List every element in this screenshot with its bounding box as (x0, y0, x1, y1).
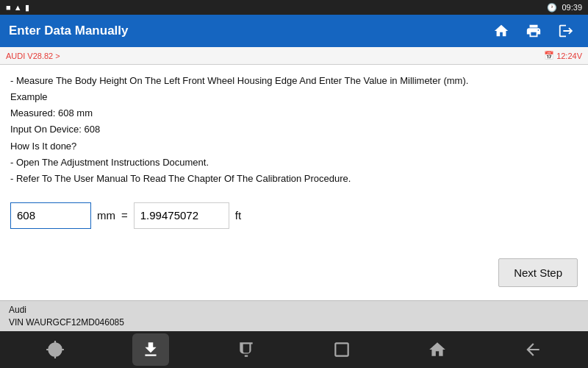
home-icon (493, 23, 509, 39)
home-nav-icon (428, 340, 447, 359)
back-icon (523, 340, 542, 359)
instruction-line7: - Refer To The User Manual To Read The C… (10, 171, 578, 186)
clock-icon: 🕐 (547, 3, 557, 13)
vehicle-vin: VIN WAURGCF12MD046085 (9, 316, 124, 329)
home-button[interactable] (488, 18, 514, 44)
bluetooth-icon: ■ (6, 3, 11, 12)
instruction-line3: Measured: 608 mm (10, 106, 578, 121)
timestamp: 📅 12:24V (544, 51, 582, 60)
home-nav-button[interactable] (419, 333, 456, 366)
breadcrumb: AUDI V28.82 > (6, 51, 60, 61)
mm-unit-label: mm (97, 209, 115, 222)
window-nav-button[interactable] (323, 333, 360, 366)
instructions: - Measure The Body Height On The Left Fr… (10, 74, 578, 186)
device-icon (237, 340, 256, 359)
exit-button[interactable] (553, 18, 579, 44)
back-nav-button[interactable] (514, 333, 551, 366)
status-bar: ■ ▲ ▮ 🕐 09:39 (0, 0, 588, 15)
input-row: mm = ft (10, 202, 578, 229)
download-nav-button[interactable] (132, 333, 169, 366)
settings-icon (46, 340, 65, 359)
status-bar-right: 🕐 09:39 (547, 3, 582, 13)
wifi-icon: ▲ (14, 3, 22, 12)
header-icons (488, 18, 579, 44)
vehicle-make: Audi (9, 304, 124, 316)
ft-unit-label: ft (235, 209, 241, 222)
exit-icon (558, 23, 574, 39)
mm-input[interactable] (10, 202, 91, 229)
instruction-line6: - Open The Adjustment Instructions Docum… (10, 155, 578, 170)
page-title: Enter Data Manually (9, 24, 129, 38)
instruction-line1: - Measure The Body Height On The Left Fr… (10, 74, 578, 88)
print-button[interactable] (520, 18, 547, 44)
print-icon (526, 23, 542, 39)
sub-header: AUDI V28.82 > 📅 12:24V (0, 47, 588, 65)
main-content: - Measure The Body Height On The Left Fr… (0, 65, 588, 300)
instruction-line5: How Is It done? (10, 139, 578, 154)
info-bar: Audi VIN WAURGCF12MD046085 (0, 300, 588, 331)
download-icon (141, 340, 160, 359)
next-step-button[interactable]: Next Step (498, 258, 578, 287)
header-bar: Enter Data Manually (0, 15, 588, 47)
instruction-line4: Input On Device: 608 (10, 122, 578, 137)
vehicle-info: Audi VIN WAURGCF12MD046085 (9, 304, 124, 329)
settings-nav-button[interactable] (37, 333, 74, 366)
window-icon (332, 340, 351, 359)
ft-input[interactable] (134, 202, 229, 229)
calendar-icon: 📅 (544, 51, 554, 60)
device-nav-button[interactable] (228, 333, 265, 366)
equals-label: = (121, 209, 128, 222)
nav-bar (0, 331, 588, 368)
battery-icon: ▮ (25, 3, 29, 13)
time-display: 09:39 (562, 3, 582, 12)
instruction-line2: Example (10, 90, 578, 105)
status-bar-left: ■ ▲ ▮ (6, 3, 29, 13)
